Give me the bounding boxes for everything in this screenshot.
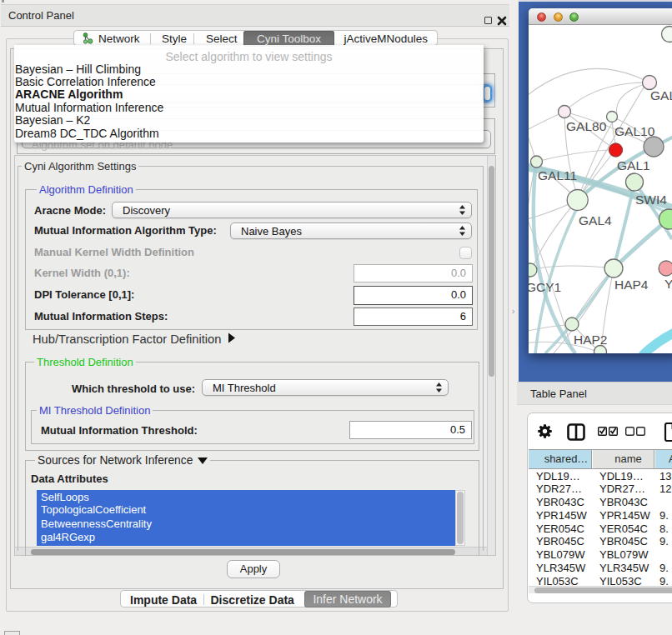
svg-text:GAL4: GAL4 — [579, 213, 612, 228]
svg-text:GAL80: GAL80 — [566, 119, 607, 133]
svg-text:HAP4: HAP4 — [614, 278, 649, 292]
svg-text:GAL10: GAL10 — [614, 124, 655, 138]
svg-text:SWI4: SWI4 — [635, 192, 667, 207]
svg-text:HAP2: HAP2 — [574, 332, 608, 347]
svg-text:YP: YP — [664, 277, 672, 291]
svg-text:GAL11: GAL11 — [538, 168, 577, 182]
svg-text:GAL1: GAL1 — [617, 158, 650, 172]
svg-text:GAL7: GAL7 — [650, 88, 672, 102]
svg-text:GCY1: GCY1 — [529, 280, 561, 294]
